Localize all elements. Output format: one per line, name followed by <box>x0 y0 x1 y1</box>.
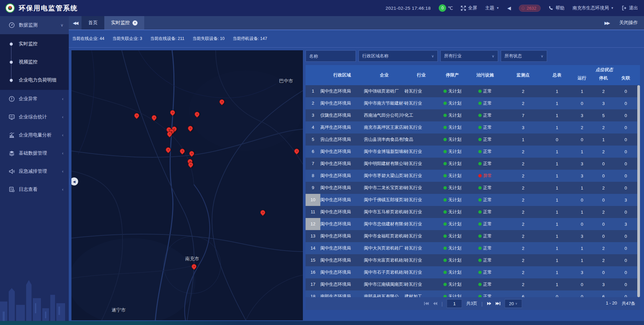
cell-region: 高坪生态环境局 <box>320 124 364 130</box>
table-row[interactable]: 12 阆中生态环境局 阆中市忠信建材有限公 砖瓦行业 无计划 <box>306 218 640 230</box>
cell-treatment-status: 异常 <box>467 173 503 179</box>
cell-monitor-count: 2 <box>503 149 543 154</box>
table-row[interactable]: 14 阆中生态环境局 阆中大兴页岩机砖厂 砖瓦行业 无计划 <box>306 242 640 254</box>
cell-lost-count: 3 <box>614 222 637 227</box>
cell-production-status: 无计划 <box>438 100 467 106</box>
table-row[interactable]: 18 南部生态环境局 南部县砖瓦有限公 建材加工 无计划 <box>306 290 640 297</box>
help-button[interactable]: 帮助 <box>549 5 565 11</box>
cell-stop-count: 0 <box>593 222 614 227</box>
cell-lost-count: 0 <box>614 282 637 287</box>
col-header-stop: 停机 <box>593 74 614 85</box>
industry-select[interactable]: 所有行业 ∨ <box>440 50 498 62</box>
logout-button[interactable]: 退出 <box>622 5 638 11</box>
prev-page-button[interactable] <box>433 301 437 306</box>
alert-circle-icon <box>9 96 15 102</box>
sidebar-item-logs[interactable]: 日志查看 ‹ <box>0 180 69 199</box>
close-tab-icon[interactable]: ✕ <box>132 20 138 25</box>
theme-dropdown[interactable]: 主题▼ <box>485 5 499 11</box>
cell-run-count: 0 <box>571 294 593 297</box>
sidebar-item-power-analysis[interactable]: 企业用电量分析 ‹ <box>0 126 69 144</box>
cell-run-count: 3 <box>571 161 593 166</box>
tab-home[interactable]: 首页 <box>82 16 104 30</box>
sidebar-subitem-realtime[interactable]: 实时监控 <box>0 35 69 53</box>
cell-treatment-status: 正常 <box>467 221 503 227</box>
cell-stop-count: 3 <box>593 101 614 106</box>
cell-lost-count: 0 <box>614 294 637 297</box>
chevron-left-icon: ‹ <box>62 169 63 174</box>
table-row[interactable]: 8 阆中生态环境局 阆中市枣碧大梁山页岩 砖瓦行业 无计划 <box>306 170 640 182</box>
sidebar-subitem-power-load[interactable]: 企业电力负荷明细 <box>0 71 69 89</box>
page-size-select[interactable]: 20 ∨ <box>504 299 522 308</box>
page-number-input[interactable] <box>447 299 462 308</box>
cell-region: 阆中生态环境局 <box>320 209 364 215</box>
datetime: 2021-02-25 17:46:18 <box>385 6 431 11</box>
status-dot-icon <box>443 198 447 202</box>
cell-run-count: 3 <box>571 270 593 275</box>
cell-production-status: 无计划 <box>438 137 467 143</box>
table-row[interactable]: 7 阆中生态环境局 阆中明阳建材有限公司 砖瓦行业 无计划 <box>306 158 640 170</box>
status-dot-icon <box>478 162 482 165</box>
table-row[interactable]: 3 仪陇生态环境局 西南油气田分公司川中 化工 无计划 <box>306 109 640 121</box>
cell-meter-count: 1 <box>543 101 571 106</box>
first-page-button[interactable] <box>424 301 429 306</box>
table-scrollbar[interactable] <box>637 85 640 297</box>
cell-company: 阆中市石子页岩机砖厂 <box>364 269 405 275</box>
table-row[interactable]: 13 阆中生态环境局 阆中市金福旺页岩机砖 砖瓦行业 无计划 <box>306 230 640 242</box>
sidebar-item-emergency[interactable]: 应急减排管理 ‹ <box>0 162 69 180</box>
sidebar-item-company-abnormal[interactable]: 企业异常 ‹ <box>0 90 69 108</box>
fullscreen-icon <box>461 6 466 11</box>
table-row[interactable]: 10 阆中生态环境局 阆中千佛镇五郎垭页岩 砖瓦行业 无计划 <box>306 194 640 206</box>
table-row[interactable]: 11 阆中生态环境局 阆中市五马桥页岩机砖 砖瓦行业 无计划 <box>306 206 640 218</box>
topbar-right: 2021-02-25 17:46:18 0 ℃ 全屏 主题▼ ◀ 2632 帮助 <box>385 4 638 12</box>
table-body: 1 阆中生态环境局 阆中强锐页岩砖厂 砖瓦行业 无计划 <box>306 85 640 297</box>
sidebar-item-company-statistics[interactable]: 企业综合统计 ‹ <box>0 108 69 126</box>
chevron-left-icon: ‹ <box>62 133 63 138</box>
sidebar-subitem-video[interactable]: 视频监控 <box>0 53 69 71</box>
cell-company: 阆中强锐页岩砖厂 <box>364 88 405 94</box>
cell-company: 南充市高坪区王家店建 <box>364 124 405 130</box>
map-panel[interactable]: 巴中市 南充市 遂宁市 <box>71 50 303 320</box>
cell-lost-count: 0 <box>614 101 637 106</box>
region-select[interactable]: 行政区域名称 ∨ <box>359 50 438 62</box>
last-page-button[interactable] <box>495 301 500 306</box>
cell-meter-count: 1 <box>543 113 571 118</box>
table-row[interactable]: 4 高坪生态环境局 南充市高坪区王家店建 砖瓦行业 无计划 <box>306 121 640 133</box>
bell-icon <box>521 6 525 10</box>
cell-company: 营山县润丰肉食品有限 <box>364 137 405 143</box>
table-row[interactable]: 9 阆中生态环境局 阆中市二龙长宝页岩砖 砖瓦行业 无计划 <box>306 182 640 194</box>
notification-badge[interactable]: 2632 <box>519 5 541 12</box>
table-row[interactable]: 17 阆中生态环境局 阆中市江南镇阆南页岩 砖瓦行业 无计划 <box>306 278 640 290</box>
tabs-scroll-left-button[interactable]: ◀◀ <box>69 16 82 30</box>
tab-realtime-monitoring[interactable]: 实时监控 ✕ <box>104 16 144 30</box>
chevron-down-icon: ∨ <box>431 54 434 58</box>
sidebar-item-base-data[interactable]: 基础数据管理 ‹ <box>0 144 69 162</box>
cell-industry: 砖瓦行业 <box>405 245 438 251</box>
name-search-input[interactable] <box>306 50 356 62</box>
close-operations-button[interactable]: 关闭操作 <box>619 20 638 26</box>
next-page-button[interactable] <box>487 301 491 306</box>
status-dot-icon <box>443 138 447 141</box>
status-dot-icon <box>443 114 447 117</box>
row-index: 12 <box>306 218 320 230</box>
table-row[interactable]: 16 阆中生态环境局 阆中市石子页岩机砖厂 砖瓦行业 无计划 <box>306 266 640 278</box>
cell-treatment-status: 正常 <box>467 161 503 167</box>
table-row[interactable]: 5 营山生态环境局 营山县润丰肉食品有限 食品 无计划 <box>306 133 640 146</box>
org-dropdown[interactable]: 南充市生态环境局▼ <box>573 5 614 11</box>
table-row[interactable]: 2 阆中生态环境局 阆中市南方节能建材有 砖瓦行业 无计划 <box>306 97 640 109</box>
cell-meter-count: 1 <box>543 258 571 263</box>
cell-run-count: 1 <box>571 89 593 94</box>
status-select[interactable]: 所有状态 ∨ <box>501 50 547 62</box>
monitor-stats-icon <box>9 114 15 120</box>
status-dot-icon <box>443 210 447 214</box>
mute-speaker-icon[interactable]: ◀ <box>507 5 511 11</box>
sidebar-item-data-monitoring[interactable]: 数据监测 ∨ <box>0 16 69 34</box>
chevron-left-icon: ‹ <box>62 97 63 101</box>
table-row[interactable]: 1 阆中生态环境局 阆中强锐页岩砖厂 砖瓦行业 无计划 <box>306 85 640 97</box>
table-row[interactable]: 15 阆中生态环境局 阆中市光富页岩机砖厂 砖瓦行业 无计划 <box>306 254 640 266</box>
temperature-badge: 0 <box>439 4 446 12</box>
filter-bar: 行政区域名称 ∨ 所有行业 ∨ 所有状态 ∨ <box>306 50 640 62</box>
cell-lost-count: 0 <box>614 137 637 142</box>
tabs-scroll-right-button[interactable]: ▶▶ <box>600 20 613 25</box>
fullscreen-button[interactable]: 全屏 <box>461 5 477 11</box>
table-row[interactable]: 6 阆中生态环境局 阆中市金博瑞新型墙材 砖瓦行业 无计划 <box>306 146 640 158</box>
